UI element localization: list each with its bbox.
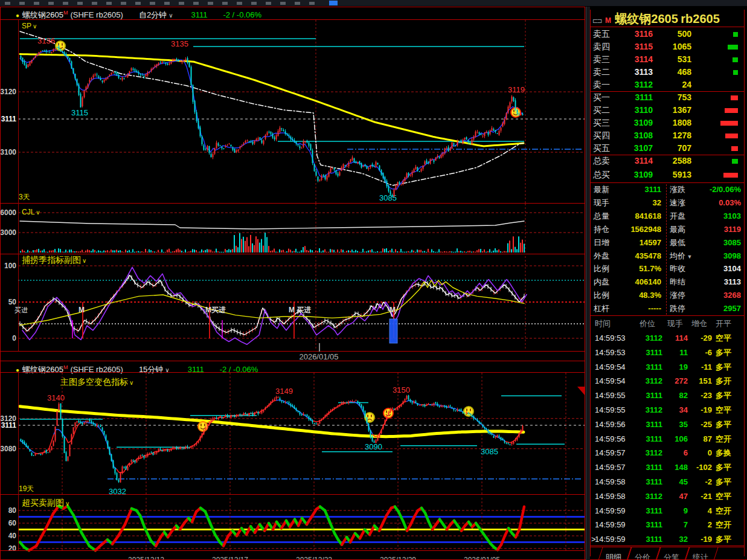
stat-label: 均价 ▼: [670, 249, 692, 263]
tick-row[interactable]: >14:59:59311132-19多平: [591, 532, 742, 547]
chart-border-right: [585, 7, 585, 560]
ask-row[interactable]: 卖二3113468: [591, 66, 742, 79]
indicator-chaomaimai-label[interactable]: 超买卖副图∨: [22, 498, 69, 508]
svg-text:3080: 3080: [0, 445, 16, 453]
stat-value: 3104: [723, 262, 741, 275]
tick-row[interactable]: 14:59:56311135-25多平: [591, 417, 742, 432]
tick-volume: 6: [664, 446, 688, 460]
level-label: 卖五: [593, 28, 610, 40]
pane-price-2min: 31203111310031363135311531193085: [0, 20, 585, 203]
tick-row[interactable]: 14:59:59311172空开: [591, 518, 742, 532]
chevron-down-icon[interactable]: ∨: [65, 500, 69, 507]
quote-panel: ⊏⊐ M 螺纹钢2605 rb2605 卖五3116500卖四31151065卖…: [590, 7, 745, 560]
tab-fenjia[interactable]: 分价: [624, 547, 661, 560]
stat-label: 总量: [594, 210, 609, 223]
col-time: 时间: [595, 317, 611, 330]
smiley-marker-icon: [365, 413, 374, 422]
ask-row[interactable]: 卖三3114531: [591, 53, 742, 66]
stat-row: 持仓1562948: [594, 223, 661, 236]
tick-row[interactable]: 14:59:543112272151多开: [591, 374, 742, 388]
indicator-zhutu-label[interactable]: 主图多空变色指标∨: [60, 378, 133, 387]
volume-bar: [728, 45, 738, 50]
level-price: 3107: [615, 142, 653, 155]
tick-row[interactable]: 14:59:54311119-11多平: [591, 360, 742, 375]
tick-time: 14:59:55: [595, 388, 626, 403]
stat-label: 外盘: [594, 249, 609, 263]
stat-value: 3111: [645, 183, 662, 196]
tick-price: 3111: [627, 417, 662, 432]
tick-row[interactable]: 14:59:55311182-23多平: [591, 388, 742, 403]
bid-row[interactable]: 买五3107707: [591, 142, 742, 155]
tab-fenbi[interactable]: 分笔: [653, 547, 690, 560]
level-label: 买三: [593, 117, 610, 129]
main-contract-flag: M: [605, 16, 611, 25]
svg-text:3111: 3111: [1, 421, 17, 430]
tick-price: 3111: [627, 532, 662, 547]
tick-row[interactable]: 14:59:58311247-21空平: [591, 489, 742, 504]
tick-time: 14:59:54: [595, 374, 626, 388]
total-row[interactable]: 总卖31142588: [591, 155, 742, 167]
indicator-sp-label[interactable]: SP∨: [22, 22, 37, 31]
tick-row[interactable]: 14:59:573111148-102多平: [591, 460, 742, 475]
tick-row[interactable]: 14:59:57311260多换: [591, 446, 742, 460]
indicator-cjl-label[interactable]: CJL∨: [22, 208, 40, 217]
level-volume: 5913: [654, 169, 691, 181]
svg-text:60: 60: [8, 519, 17, 527]
stat-row: 内盘406140: [594, 275, 661, 289]
chart-border-left: [0, 7, 1, 560]
panel-divider: [590, 546, 745, 546]
volume-bar-zone: [694, 117, 741, 129]
level-price: 3113: [615, 66, 653, 79]
stat-row: 外盘435478: [594, 249, 661, 263]
level-price: 3111: [615, 91, 653, 104]
level-volume: 753: [654, 91, 691, 104]
panel-splitter[interactable]: [586, 7, 590, 560]
tab-tongji[interactable]: 统计: [682, 547, 719, 560]
tick-delta: 0: [687, 446, 712, 460]
bid-row[interactable]: 买一3111753: [591, 91, 742, 104]
chevron-down-icon[interactable]: ∨: [82, 257, 86, 264]
level-volume: 531: [654, 53, 691, 66]
tick-side: 多平: [716, 475, 731, 489]
tick-side: 空平: [716, 331, 731, 346]
ask-row[interactable]: 卖五3116500: [591, 28, 742, 40]
chevron-down-icon[interactable]: ∨: [33, 23, 37, 30]
stat-row: 开盘3103: [670, 210, 741, 223]
stat-row: 比例48.3%: [594, 289, 661, 302]
svg-text:50: 50: [8, 298, 17, 306]
indicator-bulaoji-label[interactable]: 捕捞季指标副图∨: [22, 256, 86, 265]
tick-volume: 114: [664, 331, 688, 346]
stat-value: 3085: [723, 236, 741, 249]
svg-text:M买进: M买进: [205, 306, 226, 314]
quote-title[interactable]: ⊏⊐ M 螺纹钢2605 rb2605: [592, 11, 720, 27]
tick-row[interactable]: 14:59:55311234-19空平: [591, 403, 742, 417]
total-row[interactable]: 总买31095913: [591, 169, 742, 181]
tick-row[interactable]: 14:59:56311110687空开: [591, 432, 742, 446]
tick-time: 14:59:57: [595, 446, 626, 460]
stat-value: 48.3%: [639, 289, 661, 302]
link-icon[interactable]: ⊏⊐: [592, 17, 601, 24]
chevron-down-icon[interactable]: ∨: [36, 209, 40, 216]
bid-row[interactable]: 买四31081278: [591, 129, 742, 142]
tick-time: 14:59:59: [595, 504, 626, 518]
bid-row[interactable]: 买三31091808: [591, 117, 742, 129]
border: [0, 550, 585, 551]
stat-value: 0.03%: [719, 196, 741, 210]
tick-row[interactable]: 14:59:59311194空开: [591, 504, 742, 518]
chevron-down-icon[interactable]: ∨: [129, 379, 133, 386]
tick-row[interactable]: 14:59:533112114-29空平: [591, 331, 742, 346]
tick-side: 多换: [716, 446, 731, 460]
ask-row[interactable]: 卖四31151065: [591, 40, 742, 53]
volume-bar-zone: [694, 79, 741, 91]
panel-tabs: 明细 分价 分笔 统计: [590, 547, 745, 560]
tab-mingxi[interactable]: 明细: [595, 547, 632, 560]
svg-text:3111: 3111: [1, 115, 17, 123]
tick-side: 多平: [716, 417, 731, 432]
stat-label: 涨跌: [670, 183, 685, 196]
svg-text:3000: 3000: [0, 228, 16, 237]
tick-row[interactable]: 14:59:58311145-2多平: [591, 475, 742, 489]
tick-row[interactable]: 14:59:53311111-6多平: [591, 346, 742, 360]
level-price: 3114: [615, 53, 653, 66]
bid-row[interactable]: 买二31101367: [591, 104, 742, 117]
ask-row[interactable]: 卖一311224: [591, 79, 742, 91]
